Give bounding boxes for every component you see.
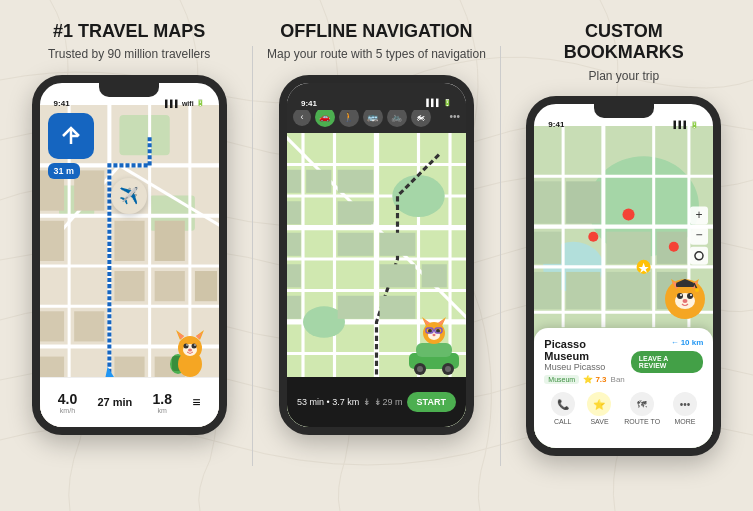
svg-rect-73 [422,264,447,287]
svg-rect-75 [338,296,374,319]
walk-nav-btn[interactable]: 🚶 [339,107,359,127]
save-icon: ⭐ [587,392,611,416]
svg-rect-139 [676,283,694,287]
time-3: 9:41 [548,120,564,129]
panel-2-title: OFFLINE NAVIGATION [280,21,472,43]
bottom-bar-2: 53 min • 3.7 km ↡↡29 m START [287,377,466,427]
svg-rect-22 [40,311,64,341]
panel-1-title: #1 TRAVEL MAPS [53,21,205,43]
car-nav-btn[interactable]: 🚗 [315,107,335,127]
svg-rect-126 [690,247,708,265]
svg-point-136 [680,294,682,296]
svg-rect-65 [338,170,374,193]
stat-distance: 1.8 km [153,391,172,414]
time-1: 9:41 [54,99,70,108]
route-time: 53 min • 3.7 km [297,397,359,407]
svg-rect-69 [338,233,374,256]
moto-nav-btn[interactable]: 🏍 [411,107,431,127]
call-icon: 📞 [551,392,575,416]
transit-nav-btn[interactable]: 🚌 [363,107,383,127]
svg-point-137 [690,294,692,296]
review-button[interactable]: LEAVE A REVIEW [631,351,704,373]
transport-icon: ✈️ [111,178,147,214]
main-container: #1 TRAVEL MAPS Trusted by 90 million tra… [0,0,753,511]
distance-badge: ↡↡29 m [363,397,402,407]
status-icons-1: ▌▌▌ wifi 🔋 [165,99,205,107]
svg-rect-70 [380,233,416,256]
mascot-3 [661,275,709,323]
svg-point-91 [432,334,435,336]
action-row: 📞 CALL ⭐ SAVE 🗺 ROUTE TO ••• MORE [544,392,703,425]
menu-icon[interactable]: ≡ [192,394,200,410]
start-button[interactable]: START [407,392,456,412]
status-bar-2: 9:41 ▌▌▌ 🔋 [287,83,466,110]
svg-point-43 [188,348,192,351]
panel-travel-maps: #1 TRAVEL MAPS Trusted by 90 million tra… [14,21,244,491]
svg-rect-21 [114,271,144,301]
more-options[interactable]: ••• [449,111,460,122]
svg-rect-110 [534,232,561,264]
poi-type: Museum [544,375,579,384]
svg-rect-107 [566,182,600,224]
phone-2: 9:41 ▌▌▌ 🔋 ‹ 🚗 🚶 🚌 🚲 🏍 ••• [279,75,474,435]
svg-rect-71 [287,264,301,287]
route-icon: 🗺 [630,392,654,416]
time-value: 27 min [97,396,132,408]
svg-rect-24 [154,271,184,301]
svg-point-142 [695,288,699,292]
more-action[interactable]: ••• MORE [673,392,697,425]
dist-unit: km [158,407,167,414]
svg-rect-18 [114,221,144,261]
svg-rect-63 [287,170,301,193]
speed-unit: km/h [60,407,75,414]
svg-text:+: + [696,208,703,222]
svg-rect-19 [154,221,184,261]
time-2: 9:41 [301,99,317,108]
phone-1: 9:41 ▌▌▌ wifi 🔋 [32,75,227,435]
bottom-bar-1: 4.0 km/h 27 min 1.8 km ≡ [40,377,219,427]
svg-point-81 [417,366,423,372]
svg-point-135 [687,293,693,299]
poi-verified: Ban [611,375,625,384]
poi-card: Picasso Museum Museu Picasso Museum ⭐ 7.… [534,328,713,448]
status-bar-1: 9:41 ▌▌▌ wifi 🔋 [40,83,219,110]
battery-icon: 🔋 [196,99,205,107]
poi-rating: ⭐ 7.3 [583,375,606,384]
svg-point-134 [677,293,683,299]
mascot-1 [160,326,215,381]
svg-point-42 [194,344,196,346]
nav-distance-label: 31 m [48,163,81,179]
svg-point-119 [589,232,599,242]
poi-sub: Museu Picasso [544,362,630,372]
stat-speed: 4.0 km/h [58,391,77,414]
status-icons-3: ▌▌▌ 🔋 [674,121,700,129]
svg-point-40 [191,343,196,348]
svg-rect-64 [306,170,331,193]
divider-2 [500,46,501,466]
wifi-icon: wifi [182,100,194,107]
phone-3: 9:41 ▌▌▌ 🔋 [526,96,721,456]
route-action[interactable]: 🗺 ROUTE TO [624,392,660,425]
svg-rect-78 [416,343,452,357]
call-action[interactable]: 📞 CALL [551,392,575,425]
svg-rect-23 [74,311,104,341]
svg-rect-113 [534,272,561,309]
poi-name: Picasso Museum [544,338,630,362]
svg-rect-74 [287,296,301,319]
svg-rect-25 [195,271,217,301]
panel-2-subtitle: Map your route with 5 types of navigatio… [267,46,486,63]
status-bar-3: 9:41 ▌▌▌ 🔋 [534,104,713,131]
poi-tags: Museum ⭐ 7.3 Ban [544,375,630,384]
svg-rect-20 [40,221,64,261]
svg-rect-111 [607,272,651,309]
save-action[interactable]: ⭐ SAVE [587,392,611,425]
more-icon: ••• [673,392,697,416]
poi-distance: ←10 km [671,338,704,347]
cycle-nav-btn[interactable]: 🚲 [387,107,407,127]
svg-rect-67 [338,201,374,224]
svg-rect-106 [534,182,561,224]
svg-point-82 [445,366,451,372]
panel-3-title: CUSTOM BOOKMARKS [564,21,684,64]
back-btn[interactable]: ‹ [293,108,311,126]
svg-point-61 [392,175,445,217]
